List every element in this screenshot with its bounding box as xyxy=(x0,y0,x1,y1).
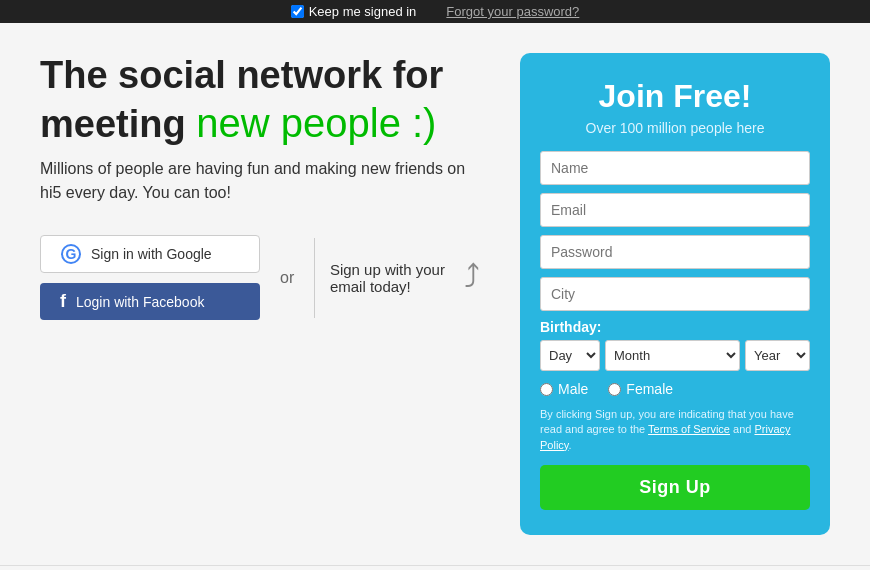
vertical-divider xyxy=(314,238,315,318)
gender-male-radio[interactable] xyxy=(540,383,553,396)
or-label: or xyxy=(280,269,294,286)
facebook-login-button[interactable]: f Login with Facebook xyxy=(40,283,260,320)
signup-email-area: Sign up with your email today! ⤴ xyxy=(330,259,480,296)
gender-female-text: Female xyxy=(626,381,673,397)
and-text: and xyxy=(733,423,751,435)
facebook-icon: f xyxy=(60,291,66,312)
gender-male-text: Male xyxy=(558,381,588,397)
keep-signed-label: Keep me signed in xyxy=(309,4,417,19)
gender-female-label[interactable]: Female xyxy=(608,381,673,397)
keep-signed-checkbox[interactable] xyxy=(291,5,304,18)
city-input[interactable] xyxy=(540,277,810,311)
month-select[interactable]: Month JanuaryFebruaryMarch AprilMayJune … xyxy=(605,340,740,371)
headline: The social network for meeting new peopl… xyxy=(40,53,480,147)
or-divider: or xyxy=(275,269,299,287)
gender-row: Male Female xyxy=(540,381,810,397)
headline-part2: meeting xyxy=(40,103,186,145)
signup-button[interactable]: Sign Up xyxy=(540,465,810,510)
gender-female-radio[interactable] xyxy=(608,383,621,396)
year-select[interactable]: Year 2005200420032002 2001200019991998 1… xyxy=(745,340,810,371)
join-subtitle: Over 100 million people here xyxy=(540,120,810,136)
main-content: The social network for meeting new peopl… xyxy=(0,23,870,565)
headline-cursive: new people :) xyxy=(196,101,436,145)
top-bar: Keep me signed in Forgot your password? xyxy=(0,0,870,23)
footer: © 2023 hi5 Inc. Mobile Company Jobs Priv… xyxy=(0,565,870,570)
facebook-label: Login with Facebook xyxy=(76,294,204,310)
signup-email-label: Sign up with your email today! xyxy=(330,261,454,295)
password-input[interactable] xyxy=(540,235,810,269)
day-select[interactable]: Day 12345 678910 1112131415 1617181920 2… xyxy=(540,340,600,371)
terms-text-area: By clicking Sign up, you are indicating … xyxy=(540,407,810,453)
google-signin-button[interactable]: G Sign in with Google xyxy=(40,235,260,273)
google-label: Sign in with Google xyxy=(91,246,212,262)
arrow-icon: ⤴ xyxy=(464,259,480,296)
terms-of-service-link[interactable]: Terms of Service xyxy=(648,423,730,435)
headline-part1: The social network for xyxy=(40,54,443,96)
hero-description: Millions of people are having fun and ma… xyxy=(40,157,480,205)
email-input[interactable] xyxy=(540,193,810,227)
auth-area: G Sign in with Google f Login with Faceb… xyxy=(40,235,480,320)
birthday-row: Day 12345 678910 1112131415 1617181920 2… xyxy=(540,340,810,371)
join-card: Join Free! Over 100 million people here … xyxy=(520,53,830,535)
join-title: Join Free! xyxy=(540,78,810,115)
gender-male-label[interactable]: Male xyxy=(540,381,588,397)
google-icon: G xyxy=(61,244,81,264)
forgot-password-link[interactable]: Forgot your password? xyxy=(446,4,579,19)
left-section: The social network for meeting new peopl… xyxy=(40,53,500,535)
auth-buttons: G Sign in with Google f Login with Faceb… xyxy=(40,235,260,320)
birthday-label: Birthday: xyxy=(540,319,810,335)
name-input[interactable] xyxy=(540,151,810,185)
keep-signed-area: Keep me signed in xyxy=(291,4,417,19)
